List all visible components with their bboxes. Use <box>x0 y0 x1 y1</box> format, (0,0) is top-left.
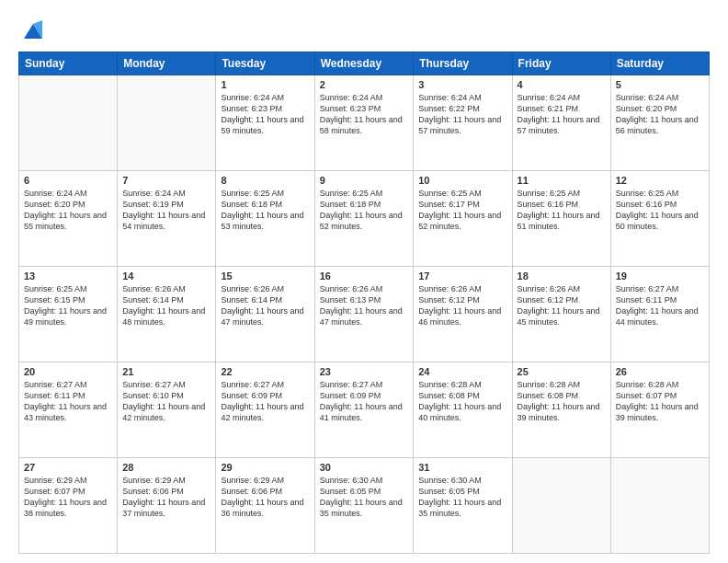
day-info: Sunrise: 6:25 AM Sunset: 6:16 PM Dayligh… <box>518 188 606 233</box>
day-info: Sunrise: 6:25 AM Sunset: 6:16 PM Dayligh… <box>616 188 704 233</box>
calendar-cell: 26Sunrise: 6:28 AM Sunset: 6:07 PM Dayli… <box>610 362 709 458</box>
calendar-cell: 31Sunrise: 6:30 AM Sunset: 6:05 PM Dayli… <box>414 458 512 554</box>
day-info: Sunrise: 6:29 AM Sunset: 6:07 PM Dayligh… <box>24 475 112 520</box>
calendar-cell: 22Sunrise: 6:27 AM Sunset: 6:09 PM Dayli… <box>216 362 314 458</box>
day-info: Sunrise: 6:25 AM Sunset: 6:15 PM Dayligh… <box>24 283 112 328</box>
day-info: Sunrise: 6:24 AM Sunset: 6:20 PM Dayligh… <box>24 188 112 233</box>
day-number: 14 <box>122 270 210 282</box>
calendar-cell: 8Sunrise: 6:25 AM Sunset: 6:18 PM Daylig… <box>216 171 314 267</box>
calendar-cell: 6Sunrise: 6:24 AM Sunset: 6:20 PM Daylig… <box>19 171 118 267</box>
logo-icon <box>20 17 46 42</box>
calendar-cell: 21Sunrise: 6:27 AM Sunset: 6:10 PM Dayli… <box>118 362 216 458</box>
weekday-monday: Monday <box>118 52 216 75</box>
weekday-friday: Friday <box>512 52 610 75</box>
day-info: Sunrise: 6:27 AM Sunset: 6:11 PM Dayligh… <box>616 283 704 328</box>
day-info: Sunrise: 6:30 AM Sunset: 6:05 PM Dayligh… <box>320 475 409 520</box>
calendar-cell: 23Sunrise: 6:27 AM Sunset: 6:09 PM Dayli… <box>314 362 414 458</box>
day-info: Sunrise: 6:26 AM Sunset: 6:14 PM Dayligh… <box>221 283 309 328</box>
calendar-cell: 4Sunrise: 6:24 AM Sunset: 6:21 PM Daylig… <box>512 75 610 171</box>
calendar-cell: 3Sunrise: 6:24 AM Sunset: 6:22 PM Daylig… <box>414 75 512 171</box>
calendar-cell: 11Sunrise: 6:25 AM Sunset: 6:16 PM Dayli… <box>512 171 610 267</box>
day-number: 16 <box>320 270 409 282</box>
calendar-cell: 29Sunrise: 6:29 AM Sunset: 6:06 PM Dayli… <box>216 458 314 554</box>
day-info: Sunrise: 6:24 AM Sunset: 6:21 PM Dayligh… <box>518 92 606 137</box>
day-info: Sunrise: 6:27 AM Sunset: 6:09 PM Dayligh… <box>320 379 409 424</box>
calendar-cell: 30Sunrise: 6:30 AM Sunset: 6:05 PM Dayli… <box>314 458 414 554</box>
day-info: Sunrise: 6:27 AM Sunset: 6:11 PM Dayligh… <box>24 379 112 424</box>
day-number: 1 <box>221 79 309 90</box>
day-number: 15 <box>221 270 309 282</box>
day-number: 18 <box>518 270 606 282</box>
day-number: 19 <box>616 270 704 282</box>
day-info: Sunrise: 6:25 AM Sunset: 6:17 PM Dayligh… <box>418 188 506 233</box>
calendar-cell: 10Sunrise: 6:25 AM Sunset: 6:17 PM Dayli… <box>414 171 512 267</box>
day-number: 23 <box>320 366 409 377</box>
logo <box>18 17 46 42</box>
day-info: Sunrise: 6:26 AM Sunset: 6:14 PM Dayligh… <box>122 283 210 328</box>
calendar-cell: 24Sunrise: 6:28 AM Sunset: 6:08 PM Dayli… <box>414 362 512 458</box>
day-number: 17 <box>418 270 506 282</box>
day-number: 22 <box>221 366 309 377</box>
day-info: Sunrise: 6:28 AM Sunset: 6:08 PM Dayligh… <box>518 379 606 424</box>
weekday-header-row: SundayMondayTuesdayWednesdayThursdayFrid… <box>19 52 710 75</box>
day-number: 31 <box>418 462 506 473</box>
calendar-cell: 13Sunrise: 6:25 AM Sunset: 6:15 PM Dayli… <box>19 267 118 362</box>
day-info: Sunrise: 6:28 AM Sunset: 6:07 PM Dayligh… <box>616 379 704 424</box>
day-number: 28 <box>122 462 210 473</box>
header <box>18 17 710 42</box>
weekday-wednesday: Wednesday <box>314 52 414 75</box>
weekday-saturday: Saturday <box>610 52 709 75</box>
day-info: Sunrise: 6:29 AM Sunset: 6:06 PM Dayligh… <box>221 475 309 520</box>
day-number: 5 <box>616 79 704 90</box>
calendar-cell: 14Sunrise: 6:26 AM Sunset: 6:14 PM Dayli… <box>118 267 216 362</box>
weekday-tuesday: Tuesday <box>216 52 314 75</box>
day-number: 6 <box>24 175 112 186</box>
day-number: 30 <box>320 462 409 473</box>
day-info: Sunrise: 6:26 AM Sunset: 6:13 PM Dayligh… <box>320 283 409 328</box>
day-info: Sunrise: 6:28 AM Sunset: 6:08 PM Dayligh… <box>418 379 506 424</box>
day-number: 24 <box>418 366 506 377</box>
calendar-cell: 7Sunrise: 6:24 AM Sunset: 6:19 PM Daylig… <box>118 171 216 267</box>
day-info: Sunrise: 6:29 AM Sunset: 6:06 PM Dayligh… <box>122 475 210 520</box>
weekday-thursday: Thursday <box>414 52 512 75</box>
calendar-cell: 2Sunrise: 6:24 AM Sunset: 6:23 PM Daylig… <box>314 75 414 171</box>
calendar-cell: 19Sunrise: 6:27 AM Sunset: 6:11 PM Dayli… <box>610 267 709 362</box>
day-number: 21 <box>122 366 210 377</box>
day-number: 7 <box>122 175 210 186</box>
day-info: Sunrise: 6:27 AM Sunset: 6:10 PM Dayligh… <box>122 379 210 424</box>
week-row-5: 27Sunrise: 6:29 AM Sunset: 6:07 PM Dayli… <box>19 458 710 554</box>
day-info: Sunrise: 6:30 AM Sunset: 6:05 PM Dayligh… <box>418 475 506 520</box>
day-number: 3 <box>418 79 506 90</box>
calendar-cell: 17Sunrise: 6:26 AM Sunset: 6:12 PM Dayli… <box>414 267 512 362</box>
day-info: Sunrise: 6:24 AM Sunset: 6:23 PM Dayligh… <box>320 92 409 137</box>
day-number: 13 <box>24 270 112 282</box>
day-info: Sunrise: 6:26 AM Sunset: 6:12 PM Dayligh… <box>518 283 606 328</box>
calendar-cell: 25Sunrise: 6:28 AM Sunset: 6:08 PM Dayli… <box>512 362 610 458</box>
day-info: Sunrise: 6:27 AM Sunset: 6:09 PM Dayligh… <box>221 379 309 424</box>
day-number: 4 <box>518 79 606 90</box>
weekday-sunday: Sunday <box>19 52 118 75</box>
calendar-cell: 15Sunrise: 6:26 AM Sunset: 6:14 PM Dayli… <box>216 267 314 362</box>
calendar-table: SundayMondayTuesdayWednesdayThursdayFrid… <box>18 52 710 554</box>
week-row-3: 13Sunrise: 6:25 AM Sunset: 6:15 PM Dayli… <box>19 267 710 362</box>
calendar-cell <box>118 75 216 171</box>
day-number: 29 <box>221 462 309 473</box>
calendar-cell: 1Sunrise: 6:24 AM Sunset: 6:23 PM Daylig… <box>216 75 314 171</box>
day-info: Sunrise: 6:24 AM Sunset: 6:19 PM Dayligh… <box>122 188 210 233</box>
calendar-cell: 27Sunrise: 6:29 AM Sunset: 6:07 PM Dayli… <box>19 458 118 554</box>
day-info: Sunrise: 6:24 AM Sunset: 6:20 PM Dayligh… <box>616 92 704 137</box>
calendar-cell: 20Sunrise: 6:27 AM Sunset: 6:11 PM Dayli… <box>19 362 118 458</box>
day-number: 25 <box>518 366 606 377</box>
calendar-cell <box>19 75 118 171</box>
day-number: 12 <box>616 175 704 186</box>
calendar-cell: 12Sunrise: 6:25 AM Sunset: 6:16 PM Dayli… <box>610 171 709 267</box>
week-row-1: 1Sunrise: 6:24 AM Sunset: 6:23 PM Daylig… <box>19 75 710 171</box>
day-number: 27 <box>24 462 112 473</box>
day-number: 9 <box>320 175 409 186</box>
day-info: Sunrise: 6:25 AM Sunset: 6:18 PM Dayligh… <box>320 188 409 233</box>
calendar-cell <box>610 458 709 554</box>
week-row-2: 6Sunrise: 6:24 AM Sunset: 6:20 PM Daylig… <box>19 171 710 267</box>
calendar-cell <box>512 458 610 554</box>
day-info: Sunrise: 6:24 AM Sunset: 6:22 PM Dayligh… <box>418 92 506 137</box>
day-number: 2 <box>320 79 409 90</box>
